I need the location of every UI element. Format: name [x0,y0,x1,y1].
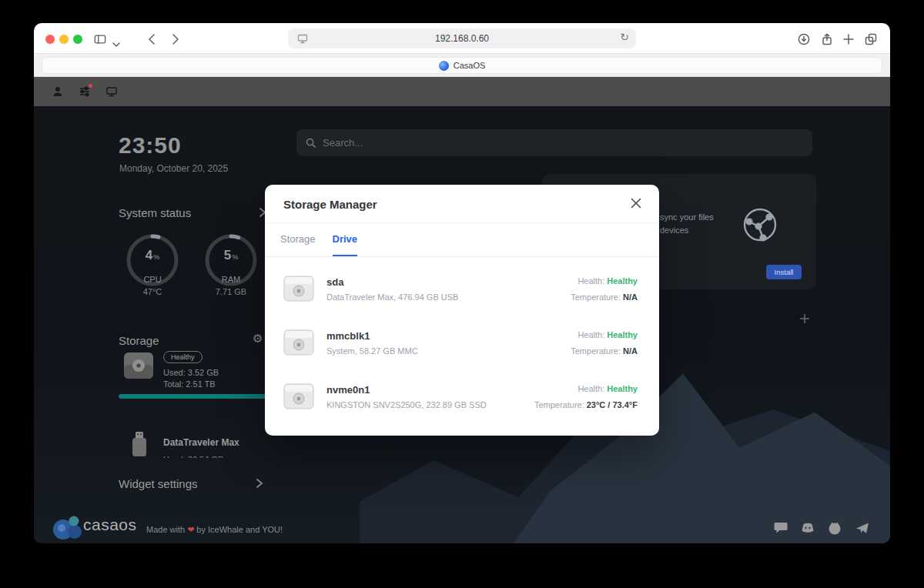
temperature-label: Temperature: [571,292,621,302]
storage-manager-modal: Storage Manager Storage Drive [265,185,659,436]
drive-description: KINGSTON SNV2S250G, 232.89 GB SSD [326,400,487,409]
modal-tabs: Storage Drive [265,223,659,257]
downloads-icon[interactable] [798,33,810,45]
drive-description: System, 58.27 GB MMC [326,346,418,356]
tab-bar: CasaOS [34,54,890,77]
clock-date: Monday, October 20, 2025 [119,163,228,174]
casaos-top-bar [34,77,890,106]
casaos-favicon [439,61,449,71]
tab-drive[interactable]: Drive [333,223,358,256]
casaos-logo-icon [51,513,85,543]
drive-name: nvme0n1 [326,384,487,396]
browser-window: 192.168.0.60 ↻ CasaOS [34,23,890,543]
usb-drive-name: DataTraveler Max [163,437,239,448]
cpu-label: CPU [123,275,182,284]
drive-row[interactable]: sda DataTraveler Max, 476.94 GB USB Heal… [265,262,659,316]
health-label: Health: [578,384,604,393]
drive-name: mmcblk1 [326,330,418,342]
close-icon[interactable] [628,196,644,212]
search-icon [306,138,316,149]
forward-button[interactable] [169,33,181,45]
github-icon[interactable] [827,520,842,536]
zoom-window-button[interactable] [73,35,82,44]
tab-overview-icon[interactable] [865,33,877,45]
temperature-value: N/A [623,346,638,356]
search-bar[interactable]: Search... [296,129,812,156]
heart-icon: ❤ [187,525,194,534]
widget-settings-chevron-icon[interactable] [256,478,263,489]
health-label: Health: [578,330,604,339]
discord-icon[interactable] [800,520,815,536]
drive-name: sda [326,276,458,288]
system-drive-icon [122,349,156,385]
drive-list: sda DataTraveler Max, 476.94 GB USB Heal… [265,257,659,423]
ram-percent: 5 [224,248,231,262]
tab-title: CasaOS [454,61,486,70]
storage-used: Used: 3.52 GB [163,368,219,377]
address-bar[interactable]: 192.168.0.60 ↻ [288,28,636,48]
search-placeholder: Search... [323,137,363,149]
temperature-value: 23°C / 73.4°F [587,400,638,409]
storage-health-badge: Healthy [163,351,203,363]
hard-drive-icon [283,383,314,409]
usb-drive-icon [126,429,152,462]
temperature-value: N/A [623,292,638,302]
minimize-window-button[interactable] [59,35,69,44]
ram-label: RAM [202,275,260,284]
temperature-label: Temperature: [571,346,621,356]
health-value: Healthy [607,276,638,286]
clock-time: 23:50 [119,132,182,159]
syncthing-icon [742,206,778,246]
telegram-icon[interactable] [855,520,870,536]
chevron-down-icon[interactable] [112,37,120,42]
ram-amount: 7.71 GB [202,287,260,296]
cpu-temp: 47°C [123,287,182,296]
url-text: 192.168.0.60 [288,33,636,44]
reload-icon[interactable]: ↻ [620,31,629,43]
drive-row[interactable]: mmcblk1 System, 58.27 GB MMC Health:Heal… [265,316,659,369]
modal-title: Storage Manager [283,198,377,211]
footer-tagline: Made with❤by IceWhale and YOU! [146,525,283,535]
ram-usage-ring: 5% RAM 7.71 GB [202,231,260,302]
install-button[interactable]: Install [766,265,802,279]
cpu-percent: 4 [146,248,152,262]
tab-storage[interactable]: Storage [280,223,316,256]
casaos-page: 23:50 Monday, October 20, 2025 Search...… [34,77,890,543]
user-icon[interactable] [52,85,64,98]
storage-widget-title: Storage [119,334,159,347]
tab-casaos[interactable]: CasaOS [42,57,882,74]
notification-dot [89,84,92,88]
sidebar-toggle-icon[interactable] [94,33,106,45]
settings-sliders-icon[interactable] [79,85,91,98]
health-value: Healthy [607,330,638,339]
health-label: Health: [578,276,604,286]
drive-description: DataTraveler Max, 476.94 GB USB [326,292,458,302]
sync-promo-line2: devices [660,226,688,235]
usb-drive-used-clipped: Used: 36.54 GB [163,452,223,458]
widget-settings-title: Widget settings [119,477,198,490]
health-value: Healthy [607,384,638,393]
share-icon[interactable] [821,33,833,45]
sync-promo-line1: sync your files [660,212,714,222]
system-status-title: System status [119,206,191,219]
browser-toolbar: 192.168.0.60 ↻ [34,23,890,54]
close-window-button[interactable] [45,35,55,44]
chat-icon[interactable] [773,520,788,536]
storage-total: Total: 2.51 TB [163,379,216,389]
hard-drive-icon [283,329,314,356]
new-tab-icon[interactable] [842,33,855,45]
back-button[interactable] [146,33,159,45]
desktop-background: 192.168.0.60 ↻ CasaOS [0,0,924,588]
casaos-wordmark: casaos [83,516,137,534]
terminal-monitor-icon[interactable] [105,85,118,98]
temperature-label: Temperature: [534,400,584,409]
add-widget-plus-icon[interactable]: + [799,308,810,329]
hard-drive-icon [283,276,314,302]
drive-row[interactable]: nvme0n1 KINGSTON SNV2S250G, 232.89 GB SS… [265,369,659,423]
storage-gear-icon[interactable]: ⚙ [253,332,263,346]
cpu-usage-ring: 4% CPU 47°C [123,231,182,302]
modal-header: Storage Manager [265,185,659,223]
